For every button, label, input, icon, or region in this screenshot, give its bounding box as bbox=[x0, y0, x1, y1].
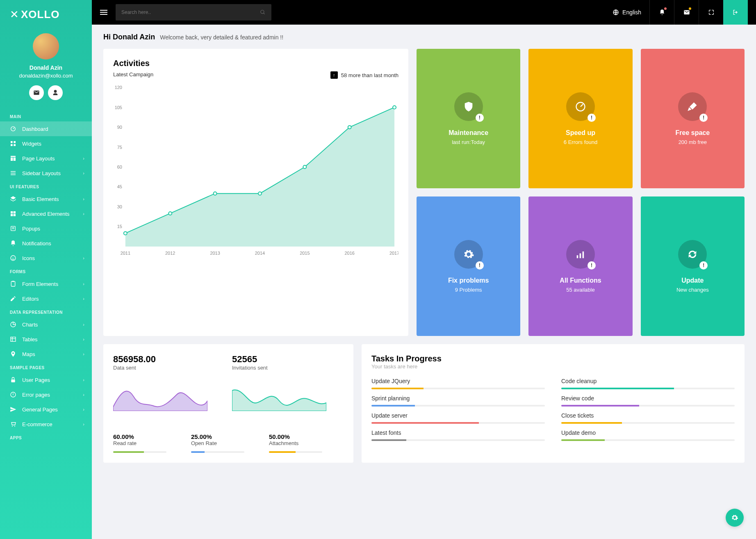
nav-icons[interactable]: Icons› bbox=[0, 251, 92, 265]
nav-general-pages[interactable]: General Pages› bbox=[0, 402, 92, 417]
tile-update[interactable]: ! Update New changes bbox=[641, 196, 745, 336]
notifications-button[interactable] bbox=[649, 0, 674, 25]
nav-editors[interactable]: Editors› bbox=[0, 291, 92, 306]
greeting-text: Welcome back, very detailed & featured a… bbox=[160, 34, 283, 41]
tile-title: Speed up bbox=[566, 129, 595, 137]
task-name: Latest fonts bbox=[371, 429, 545, 436]
svg-rect-7 bbox=[14, 158, 16, 161]
svg-point-13 bbox=[11, 256, 16, 260]
nav-user-pages[interactable]: User Pages› bbox=[0, 372, 92, 387]
settings-fab[interactable] bbox=[726, 509, 744, 527]
task-item: Sprint planning bbox=[371, 395, 545, 407]
avatar[interactable] bbox=[33, 33, 59, 59]
tile-title: Free space bbox=[676, 129, 710, 137]
profile-button[interactable] bbox=[48, 85, 63, 100]
svg-text:2017: 2017 bbox=[389, 251, 398, 256]
nav-error-pages[interactable]: Error pages› bbox=[0, 387, 92, 402]
chevron-right-icon: › bbox=[83, 196, 84, 201]
stat-data-sent: 856958.00 Data sent bbox=[113, 354, 207, 413]
sparkline-invitations bbox=[232, 378, 326, 411]
nav-sidebar-layouts[interactable]: Sidebar Layouts› bbox=[0, 166, 92, 180]
chevron-right-icon: › bbox=[83, 392, 84, 397]
task-name: Sprint planning bbox=[371, 395, 545, 402]
task-item: Latest fonts bbox=[371, 429, 545, 441]
rate-attachments: 50.00% Attachments bbox=[269, 433, 322, 453]
notes-icon bbox=[10, 225, 16, 232]
edit-icon bbox=[10, 295, 16, 302]
svg-text:15: 15 bbox=[117, 224, 122, 229]
tile-maintenance[interactable]: ! Maintenance last run:Today bbox=[417, 49, 520, 188]
task-progress bbox=[561, 405, 735, 407]
send-icon bbox=[10, 406, 16, 413]
svg-rect-11 bbox=[14, 214, 16, 216]
chevron-right-icon: › bbox=[83, 377, 84, 382]
nav-advanced-elements[interactable]: Advanced Elements› bbox=[0, 206, 92, 221]
greeting: Hi Donald Azin Welcome back, very detail… bbox=[103, 33, 745, 41]
layouts-icon bbox=[10, 155, 16, 162]
bell-icon bbox=[659, 9, 665, 16]
task-item: Update demo bbox=[561, 429, 735, 441]
tile-title: Fix problems bbox=[448, 277, 489, 284]
mail-button[interactable] bbox=[29, 85, 44, 100]
svg-text:2012: 2012 bbox=[165, 251, 175, 256]
task-name: Update demo bbox=[561, 429, 735, 436]
tasks-card: Tasks In Progress Your tasks are here Up… bbox=[362, 344, 745, 463]
fullscreen-button[interactable] bbox=[699, 0, 723, 25]
notification-dot bbox=[664, 7, 667, 10]
messages-button[interactable] bbox=[674, 0, 699, 25]
alert-badge: ! bbox=[476, 114, 484, 122]
svg-point-23 bbox=[14, 426, 15, 427]
language-label: English bbox=[622, 9, 641, 16]
tile-all-functions[interactable]: ! All Functions 55 available bbox=[528, 196, 632, 336]
task-item: Close tickets bbox=[561, 412, 735, 424]
svg-point-44 bbox=[258, 192, 262, 195]
nav-tables[interactable]: Tables› bbox=[0, 332, 92, 347]
tile-speed-up[interactable]: ! Speed up 6 Errors found bbox=[528, 49, 632, 188]
search-input[interactable] bbox=[121, 9, 260, 15]
svg-text:45: 45 bbox=[117, 185, 122, 190]
nav-widgets[interactable]: Widgets bbox=[0, 136, 92, 151]
activities-delta: ↑ 58 more than last month bbox=[330, 71, 398, 79]
tile-fix-problems[interactable]: ! Fix problems 9 Problems bbox=[417, 196, 520, 336]
tile-free-space[interactable]: ! Free space 200 mb free bbox=[641, 49, 745, 188]
nav-ecommerce[interactable]: E-commerce› bbox=[0, 417, 92, 432]
nav-dashboard[interactable]: Dashboard bbox=[0, 121, 92, 136]
svg-point-15 bbox=[14, 257, 14, 258]
bell-icon bbox=[10, 240, 16, 247]
nav-section-apps: APPS bbox=[0, 432, 92, 443]
chevron-right-icon: › bbox=[83, 296, 84, 301]
rate-read: 60.00% Read rate bbox=[113, 433, 166, 453]
logout-icon bbox=[732, 9, 739, 16]
task-progress bbox=[561, 439, 735, 441]
logout-button[interactable] bbox=[723, 0, 748, 25]
nav-page-layouts[interactable]: Page Layouts› bbox=[0, 151, 92, 166]
svg-rect-9 bbox=[14, 211, 16, 213]
nav-popups[interactable]: Popups bbox=[0, 221, 92, 236]
svg-text:75: 75 bbox=[117, 145, 122, 150]
nav-charts[interactable]: Charts› bbox=[0, 317, 92, 332]
nav-form-elements[interactable]: Form Elements› bbox=[0, 276, 92, 291]
tile-title: Maintenance bbox=[449, 129, 488, 137]
svg-rect-49 bbox=[577, 255, 578, 258]
nav-notifications[interactable]: Notifications bbox=[0, 236, 92, 251]
nav-maps[interactable]: Maps› bbox=[0, 347, 92, 361]
person-icon bbox=[52, 89, 59, 96]
task-name: Close tickets bbox=[561, 412, 735, 419]
svg-text:90: 90 bbox=[117, 125, 122, 130]
nav-basic-elements[interactable]: Basic Elements› bbox=[0, 192, 92, 206]
task-name: Update server bbox=[371, 412, 545, 419]
task-progress bbox=[371, 388, 545, 389]
error-icon bbox=[10, 391, 16, 398]
svg-rect-19 bbox=[11, 337, 16, 342]
svg-rect-17 bbox=[12, 281, 14, 282]
menu-toggle[interactable] bbox=[100, 9, 107, 16]
search-box[interactable] bbox=[116, 4, 271, 21]
task-name: Update JQuery bbox=[371, 378, 545, 384]
task-item: Review code bbox=[561, 395, 735, 407]
brand-logo[interactable]: ✕ XOLLO bbox=[0, 0, 92, 29]
chevron-right-icon: › bbox=[83, 156, 84, 161]
lock-icon bbox=[10, 377, 16, 383]
up-arrow-icon: ↑ bbox=[330, 71, 338, 79]
task-progress bbox=[561, 422, 735, 424]
language-selector[interactable]: English bbox=[604, 0, 649, 25]
